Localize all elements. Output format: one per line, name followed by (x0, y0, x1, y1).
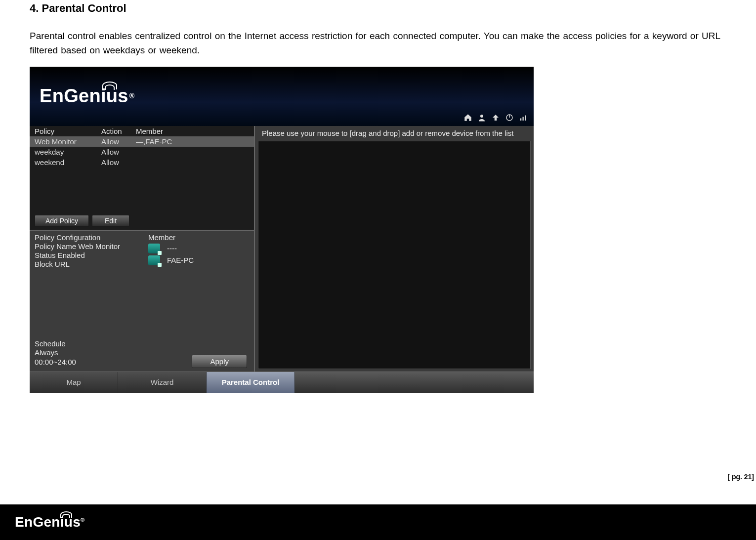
footer-brand-logo: EnGenius® (15, 514, 85, 530)
section-heading: 4. Parental Control (30, 2, 726, 15)
device-icon (148, 244, 160, 253)
policy-action-cell: Allow (101, 148, 136, 156)
policy-config-right: Member ---- FAE-PC Apply (148, 233, 249, 372)
policy-name-cell: weekday (35, 148, 101, 156)
tab-map[interactable]: Map (30, 372, 118, 393)
right-column: Please use your mouse to [drag and drop]… (255, 126, 534, 372)
policy-config-title: Policy Configuration (35, 233, 138, 242)
registered-mark: ® (81, 517, 84, 523)
col-member: Member (136, 127, 249, 135)
add-policy-button[interactable]: Add Policy (35, 215, 89, 227)
policy-member-cell (136, 158, 249, 166)
header-toolbar (462, 112, 529, 123)
tab-wizard[interactable]: Wizard (118, 372, 207, 393)
document-footer: EnGenius® (0, 504, 756, 540)
svg-rect-4 (523, 117, 524, 121)
registered-mark: ® (129, 92, 135, 100)
device-drop-panel[interactable] (258, 141, 531, 369)
status-icon[interactable] (518, 112, 529, 123)
col-policy: Policy (35, 127, 101, 135)
power-icon[interactable] (504, 112, 515, 123)
page-number: [ pg. 21] (727, 473, 754, 481)
schedule-mode: Always (35, 348, 76, 358)
policy-row[interactable]: weekday Allow (30, 147, 254, 157)
user-icon[interactable] (476, 112, 487, 123)
policy-row[interactable]: weekend Allow (30, 157, 254, 167)
policy-member-cell (136, 148, 249, 156)
policy-configuration-panel: Policy Configuration Policy Name Web Mon… (30, 230, 254, 372)
device-label: FAE-PC (167, 256, 194, 264)
brand-logo: EnGenius® (40, 85, 134, 107)
section-paragraph: Parental control enables centralized con… (30, 29, 726, 58)
wifi-arc-icon (62, 514, 70, 518)
schedule-time: 00:00~24:00 (35, 358, 76, 367)
svg-rect-5 (525, 115, 526, 121)
policy-row[interactable]: Web Monitor Allow —,FAE-PC (30, 136, 254, 147)
policy-table: Policy Action Member Web Monitor Allow —… (30, 126, 254, 230)
dragdrop-instruction: Please use your mouse to [drag and drop]… (262, 129, 529, 137)
policy-block-line: Block URL (35, 260, 138, 268)
policy-name-cell: Web Monitor (35, 137, 101, 146)
footer-tabs: Map Wizard Parental Control (30, 372, 534, 393)
edit-policy-button[interactable]: Edit (92, 215, 129, 227)
policy-action-cell: Allow (101, 158, 136, 166)
schedule-block: Schedule Always 00:00~24:00 (35, 339, 76, 367)
policy-status-line: Status Enabled (35, 251, 138, 259)
policy-name-cell: weekend (35, 158, 101, 166)
col-action: Action (101, 127, 136, 135)
policy-table-header: Policy Action Member (30, 126, 254, 136)
svg-point-0 (480, 115, 483, 118)
left-column: Policy Action Member Web Monitor Allow —… (30, 126, 255, 372)
svg-rect-3 (520, 118, 521, 121)
policy-member-cell: —,FAE-PC (136, 137, 249, 146)
app-body: Policy Action Member Web Monitor Allow —… (30, 126, 534, 372)
member-device[interactable]: ---- (148, 244, 249, 253)
policy-table-buttons: Add Policy Edit (35, 215, 129, 227)
apply-button[interactable]: Apply (192, 355, 247, 368)
device-icon (148, 255, 160, 265)
app-header: EnGenius® (30, 67, 534, 126)
policy-name-line: Policy Name Web Monitor (35, 242, 138, 250)
tab-parental-control[interactable]: Parental Control (207, 372, 295, 393)
device-label: ---- (167, 244, 177, 252)
wifi-arc-icon (105, 84, 115, 90)
router-ui-screenshot: EnGenius® (30, 67, 534, 393)
member-device[interactable]: FAE-PC (148, 255, 249, 265)
policy-action-cell: Allow (101, 137, 136, 146)
schedule-title: Schedule (35, 339, 76, 349)
network-icon[interactable] (490, 112, 501, 123)
home-icon[interactable] (462, 112, 473, 123)
member-header: Member (148, 233, 249, 242)
